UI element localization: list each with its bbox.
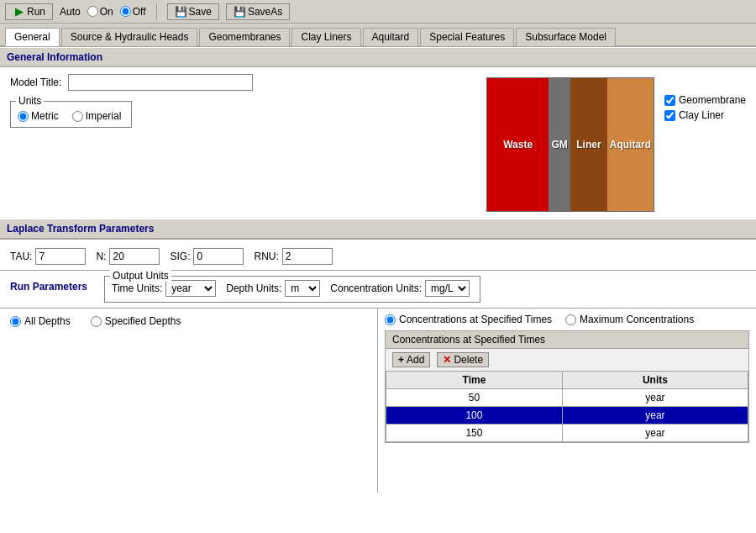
time-units-label: Time Units: [112, 282, 162, 294]
n-field: N: [96, 248, 160, 265]
specified-depths-radio[interactable]: Specified Depths [91, 315, 181, 327]
conc-table-title: Concentrations at Specified Times [386, 331, 748, 349]
laplace-row: TAU: N: SIG: RNU: [10, 248, 746, 265]
sig-input[interactable] [193, 248, 244, 265]
liner-segment: Liner [570, 78, 607, 211]
tab-subsurface-model[interactable]: Subsurface Model [516, 28, 616, 46]
conc-units-select[interactable]: mg/L μg/L g/m³ [425, 280, 470, 297]
left-panel: All Depths Specified Depths [0, 309, 378, 493]
waste-segment: Waste [487, 78, 549, 211]
save-label: Save [189, 6, 212, 18]
clay-liner-label: Clay Liner [679, 109, 724, 121]
conc-toolbar: + Add ✕ Delete [386, 349, 748, 371]
delete-button[interactable]: ✕ Delete [437, 352, 489, 367]
n-input[interactable] [109, 248, 160, 265]
imperial-radio[interactable]: Imperial [72, 110, 122, 122]
save-button[interactable]: 💾 Save [167, 3, 219, 20]
tab-geomembranes[interactable]: Geomembranes [199, 28, 290, 46]
units-group: Units Metric Imperial [10, 101, 132, 128]
on-radio[interactable]: On [87, 6, 113, 18]
rnu-field: RNU: [254, 248, 332, 265]
cell-units: year [562, 407, 748, 425]
table-row[interactable]: 150year [386, 425, 748, 442]
add-label: Add [407, 354, 424, 366]
tau-input[interactable] [35, 248, 86, 265]
output-units-group: Output Units Time Units: year day month … [104, 276, 480, 303]
right-panel: Concentrations at Specified Times Maximu… [378, 309, 756, 493]
rnu-input[interactable] [282, 248, 333, 265]
general-info-section: Model Title: Units Metric Imperial [0, 67, 756, 219]
aquitard-segment: Aquitard [607, 78, 654, 211]
clay-liner-checkbox[interactable] [664, 110, 675, 121]
cell-units: year [562, 389, 748, 407]
model-title-row: Model Title: [10, 74, 470, 91]
conc-units-field: Concentration Units: mg/L μg/L g/m³ [330, 280, 470, 297]
depth-units-field: Depth Units: m ft cm [226, 280, 320, 297]
diagram-area: Waste GM Liner Aquitard Geomembrane [486, 77, 746, 212]
separator [156, 3, 157, 20]
cell-time: 150 [386, 425, 563, 442]
col-units-header: Units [562, 372, 748, 389]
rnu-label: RNU: [254, 251, 278, 262]
max-conc-radio[interactable]: Maximum Concentrations [565, 314, 694, 325]
run-params-title: Run Parameters [10, 276, 87, 293]
n-label: N: [96, 251, 106, 262]
geomembrane-checkbox[interactable] [664, 95, 675, 106]
laplace-header: Laplace Transform Parameters [0, 219, 756, 239]
delete-label: Delete [454, 354, 483, 366]
cell-units: year [562, 425, 748, 442]
run-icon: ▶ [13, 6, 24, 18]
clay-liner-check-row: Clay Liner [664, 109, 746, 121]
saveas-icon: 💾 [234, 6, 245, 18]
geomembrane-label: Geomembrane [679, 94, 746, 106]
depth-radios: All Depths Specified Depths [10, 315, 367, 327]
all-depths-radio[interactable]: All Depths [10, 315, 71, 327]
time-units-field: Time Units: year day month [112, 280, 216, 297]
cell-time: 100 [386, 407, 563, 425]
sig-label: SIG: [170, 251, 190, 262]
tab-aquitard[interactable]: Aquitard [363, 28, 419, 46]
gm-segment: GM [549, 78, 570, 211]
units-legend: Units [16, 95, 44, 107]
checkboxes-area: Geomembrane Clay Liner [664, 77, 746, 121]
tab-special-features[interactable]: Special Features [420, 28, 514, 46]
tab-source-hydraulic[interactable]: Source & Hydraulic Heads [61, 28, 198, 46]
toolbar: ▶ Run Auto On Off 💾 Save 💾 SaveAs [0, 0, 756, 24]
table-row[interactable]: 100year [386, 407, 748, 425]
save-icon: 💾 [175, 6, 186, 18]
delete-icon: ✕ [443, 354, 451, 366]
run-button[interactable]: ▶ Run [5, 3, 53, 20]
saveas-button[interactable]: 💾 SaveAs [226, 3, 290, 20]
col-time-header: Time [386, 372, 563, 389]
diagram-box: Waste GM Liner Aquitard [486, 77, 654, 212]
depth-units-label: Depth Units: [226, 282, 281, 294]
conc-units-label: Concentration Units: [330, 282, 422, 294]
laplace-section: TAU: N: SIG: RNU: [0, 239, 756, 270]
form-left: Model Title: Units Metric Imperial [10, 74, 470, 212]
conc-at-times-radio[interactable]: Concentrations at Specified Times [385, 314, 552, 325]
auto-label: Auto [60, 6, 81, 18]
conc-table-group: Concentrations at Specified Times + Add … [385, 330, 749, 443]
time-units-select[interactable]: year day month [165, 280, 216, 297]
depth-units-select[interactable]: m ft cm [285, 280, 320, 297]
off-radio[interactable]: Off [120, 6, 146, 18]
tab-general[interactable]: General [5, 28, 60, 46]
saveas-label: SaveAs [248, 6, 282, 18]
tab-bar: General Source & Hydraulic Heads Geomemb… [0, 24, 756, 47]
units-radios: Metric Imperial [18, 110, 121, 122]
add-button[interactable]: + Add [392, 352, 430, 367]
geomembrane-check-row: Geomembrane [664, 94, 746, 106]
add-icon: + [398, 354, 404, 366]
run-label: Run [27, 6, 45, 18]
model-title-label: Model Title: [10, 77, 61, 88]
sig-field: SIG: [170, 248, 244, 265]
main-content: General Information Model Title: Units M… [0, 47, 756, 533]
general-info-header: General Information [0, 47, 756, 67]
cell-time: 50 [386, 389, 563, 407]
tab-clay-liners[interactable]: Clay Liners [291, 28, 360, 46]
metric-radio[interactable]: Metric [18, 110, 59, 122]
tau-field: TAU: [10, 248, 86, 265]
table-row[interactable]: 50year [386, 389, 748, 407]
model-title-input[interactable] [68, 74, 253, 91]
conc-type-radios: Concentrations at Specified Times Maximu… [385, 314, 749, 325]
